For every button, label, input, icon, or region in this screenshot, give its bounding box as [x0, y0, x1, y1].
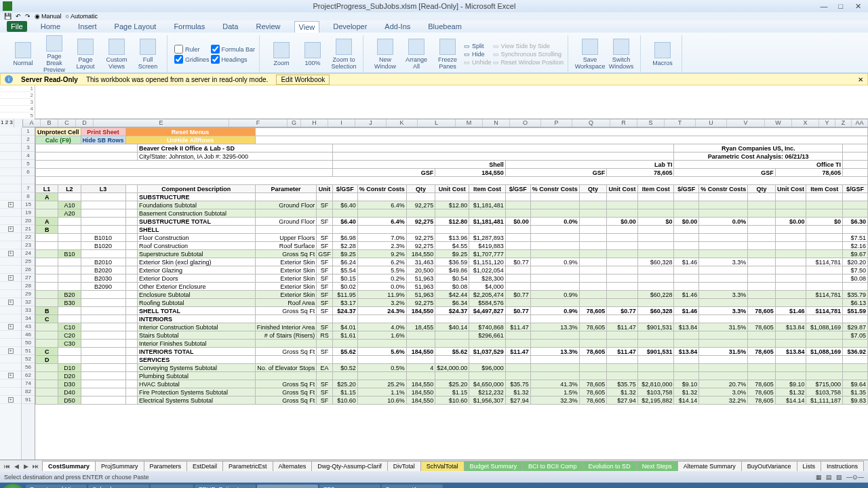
sheet-tab-alternates[interactable]: Alternates: [273, 461, 313, 471]
new-window-button[interactable]: New Window: [370, 35, 400, 73]
tab-file[interactable]: File: [7, 21, 27, 32]
tab-bluebeam[interactable]: Bluebeam: [424, 21, 466, 32]
ribbon-tabs: File Home Insert Page Layout Formulas Da…: [0, 20, 868, 33]
tab-next[interactable]: ▶: [22, 463, 30, 470]
sheet-tab-costsummary[interactable]: CostSummary: [42, 461, 96, 471]
status-bar: Select destination and press ENTER or ch…: [0, 472, 868, 483]
zoom-selection-button[interactable]: Zoom to Selection: [329, 35, 359, 73]
column-headers: ABCD EFG HIJKL MNOPQ RSTUV WXYZAA: [23, 119, 868, 127]
title-bar: ProjectProgress_SubJobs.xlsm [Read-Only]…: [0, 0, 868, 12]
row-numbers: 1234567815192021222324252627282932333443…: [22, 127, 35, 460]
start-button[interactable]: [1, 484, 24, 488]
maximize-button[interactable]: □: [833, 2, 848, 10]
tab-first[interactable]: ⏮: [3, 463, 11, 470]
tab-view[interactable]: View: [294, 21, 320, 33]
fullscreen-button[interactable]: Full Screen: [133, 35, 163, 73]
headings-checkbox[interactable]: Headings: [211, 55, 256, 64]
taskbar-item[interactable]: 4 Reminders: [151, 485, 193, 488]
custom-views-button[interactable]: Custom Views: [102, 35, 132, 73]
minimize-button[interactable]: —: [816, 2, 831, 10]
sheet-tab-instructions[interactable]: Instructions: [821, 461, 864, 471]
window-title: ProjectProgress_SubJobs.xlsm [Read-Only]…: [12, 2, 816, 10]
pagebreak-button[interactable]: Page Break Preview: [39, 35, 69, 73]
ribbon: Normal Page Break Preview Page Layout Cu…: [0, 33, 868, 73]
sheet-tab-estdetail[interactable]: EstDetail: [186, 461, 223, 471]
freeze-button[interactable]: Freeze Panes: [433, 35, 462, 73]
arrange-button[interactable]: Arrange All: [401, 35, 431, 73]
taskbar-item[interactable]: Proj_Progress_SubJ...: [257, 485, 318, 488]
protected-view-bar: i Server Read-Only This workbook was ope…: [0, 73, 868, 85]
reset-pos-button[interactable]: ▭ Reset Window Position: [493, 59, 564, 66]
sheet-tab-projsummary[interactable]: ProjSummary: [95, 461, 144, 471]
sheet-tab-parameters[interactable]: Parameters: [144, 461, 188, 471]
ruler-checkbox[interactable]: Ruler: [174, 45, 210, 54]
sheet-tab-bci-to-bcii-comp[interactable]: BCI to BCII Comp: [522, 461, 583, 471]
sheet-tab-divtotal[interactable]: DivTotal: [387, 461, 421, 471]
sheet-tab-evolution-to-sd[interactable]: Evolution to SD: [583, 461, 637, 471]
macros-button[interactable]: Macros: [648, 35, 677, 73]
sheet-tab-lists[interactable]: Lists: [797, 461, 822, 471]
quick-access-toolbar: 💾 ↶ ↷ ◉ Manual ○ Automatic: [0, 12, 868, 20]
unhide-button[interactable]: ▭ Unhide: [464, 59, 492, 66]
tab-insert[interactable]: Insert: [74, 21, 101, 32]
view-layout-icon[interactable]: ▤: [826, 474, 832, 481]
save-icon[interactable]: 💾: [4, 13, 12, 20]
sheet-tab-alternate-summary[interactable]: Alternate Summary: [677, 461, 742, 471]
redo-icon[interactable]: ↷: [25, 13, 31, 20]
infobar-message: This workbook was opened from a server i…: [86, 76, 268, 83]
tab-data[interactable]: Data: [218, 21, 242, 32]
sheet-tab-schvaltotal[interactable]: SchValTotal: [420, 461, 465, 471]
sidebyside-button[interactable]: ▭ View Side by Side: [493, 43, 564, 49]
status-text: Select destination and press ENTER or ch…: [4, 474, 149, 481]
tab-developer[interactable]: Developer: [329, 21, 371, 32]
zoom-button[interactable]: Zoom: [267, 35, 296, 73]
zoom-slider[interactable]: —⊙—: [846, 474, 864, 481]
tab-last[interactable]: ⏭: [31, 463, 39, 470]
gridlines-checkbox[interactable]: Gridlines: [174, 55, 210, 64]
outline-controls[interactable]: +++++++++: [0, 127, 22, 460]
infobar-label: Server Read-Only: [21, 76, 78, 83]
undo-icon[interactable]: ↶: [16, 13, 21, 20]
sheet-tabs: ⏮◀▶⏭ CostSummaryProjSummaryParametersEst…: [0, 460, 868, 472]
tab-home[interactable]: Home: [37, 21, 64, 32]
edit-workbook-button[interactable]: Edit Workbook: [276, 75, 330, 85]
sheet-tab-buyoutvariance[interactable]: BuyOutVariance: [741, 461, 797, 471]
infobar-close-button[interactable]: ✕: [858, 76, 863, 83]
tab-prev[interactable]: ◀: [12, 463, 20, 470]
frozen-top-pane: 12345: [0, 85, 868, 119]
excel-icon: [3, 1, 12, 11]
pagelayout-button[interactable]: Page Layout: [71, 35, 100, 73]
taskbar-item[interactable]: Document1 - Microso...: [382, 485, 443, 488]
taskbar-item[interactable]: Calendar - Mary.Her...: [88, 485, 149, 488]
calc-auto-radio[interactable]: ○ Automatic: [66, 13, 98, 20]
tab-formulas[interactable]: Formulas: [170, 21, 209, 32]
save-workspace-button[interactable]: Save Workspace: [575, 35, 605, 73]
sheet-tab-next-steps[interactable]: Next Steps: [636, 461, 678, 471]
taskbar-item[interactable]: TRUE: Estimate Temp...: [195, 485, 256, 488]
switch-windows-button[interactable]: Switch Windows: [606, 35, 636, 73]
view-normal-icon[interactable]: ▦: [816, 474, 822, 481]
sheet-tab-dwg-qty-assump-clarif[interactable]: Dwg-Qty-Assump-Clarif: [311, 461, 388, 471]
taskbar-item[interactable]: Reports and Misc - A...: [26, 485, 87, 488]
formulabar-checkbox[interactable]: Formula Bar: [211, 45, 256, 54]
tab-pagelayout[interactable]: Page Layout: [111, 21, 161, 32]
sheet-tab-parametricest[interactable]: ParametricEst: [222, 461, 273, 471]
calc-manual-radio[interactable]: ◉ Manual: [35, 13, 62, 20]
hide-button[interactable]: ▭ Hide: [464, 51, 492, 58]
close-button[interactable]: ✕: [850, 2, 865, 11]
tab-review[interactable]: Review: [252, 21, 284, 32]
split-button[interactable]: ▭ Split: [464, 43, 492, 49]
zoom100-button[interactable]: 100%: [298, 35, 328, 73]
taskbar-item[interactable]: FP5-500_BeaverCre...: [319, 485, 380, 488]
sync-scroll-button[interactable]: ▭ Synchronous Scrolling: [493, 51, 564, 58]
normal-view-button[interactable]: Normal: [8, 35, 38, 73]
window-controls: — □ ✕: [816, 2, 865, 11]
view-break-icon[interactable]: ▧: [836, 474, 842, 481]
sheet-tab-budget-summary[interactable]: Budget Summary: [464, 461, 524, 471]
info-icon: i: [5, 75, 13, 83]
tab-addins[interactable]: Add-Ins: [380, 21, 414, 32]
windows-taskbar: Reports and Misc - A...Calendar - Mary.H…: [0, 483, 868, 488]
spreadsheet-grid[interactable]: Unprotect CellPrint SheetReset MenusCalc…: [35, 127, 868, 460]
